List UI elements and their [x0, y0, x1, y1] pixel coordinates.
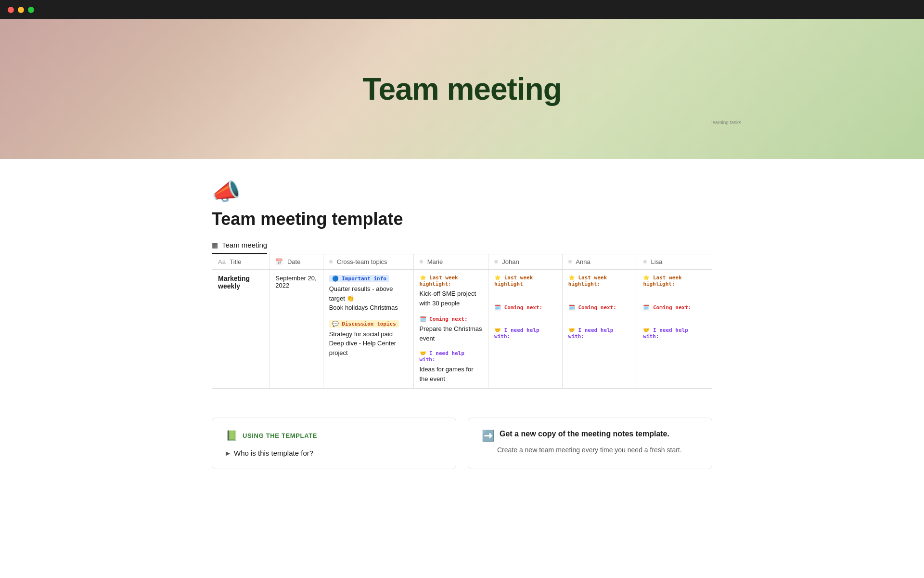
hero-logo: learning tasks [711, 120, 741, 125]
page-icon: 📣 [212, 178, 712, 205]
marie-coming-tag: 🗓️ Coming next: [420, 315, 483, 324]
using-template-card: 📗 USING THE TEMPLATE ▶ Who is this templ… [212, 418, 456, 469]
discussion-tag: 💬 Discussion topics [329, 320, 408, 329]
arrow-right-icon: ➡️ [482, 430, 495, 442]
card2-header: ➡️ Get a new copy of the meeting notes t… [482, 430, 698, 442]
table-nav[interactable]: ▦ Team meeting [212, 241, 267, 254]
col-icon-anna: ≡ [568, 258, 572, 265]
johan-coming-tag: 🗓️ Coming next: [494, 303, 556, 313]
arrow-icon: ▶ [226, 450, 230, 457]
table-nav-label: Team meeting [222, 241, 267, 249]
minimize-button[interactable] [18, 7, 24, 13]
hero-title: Team meeting [362, 71, 562, 107]
page-heading: Team meeting template [212, 209, 712, 229]
page-content: 📣 Team meeting template ▦ Team meeting A… [173, 159, 751, 418]
marie-last-week-text: Kick-off SME project with 30 people [420, 289, 483, 308]
anna-last-week-tag: ⭐ Last week highlight: [568, 275, 631, 289]
maximize-button[interactable] [28, 7, 34, 13]
table-nav-icon: ▦ [212, 241, 218, 249]
lisa-help-tag: 🤝 I need help with: [643, 327, 706, 342]
card2-description: Create a new team meeting every time you… [497, 446, 698, 454]
data-table: Aa Title 📅 Date ≡ Cross-team topics ≡ Ma… [212, 254, 712, 389]
card1-row[interactable]: ▶ Who is this template for? [226, 449, 442, 457]
marie-help-text: Ideas for games for the event [420, 365, 483, 383]
cell-date[interactable]: September 20, 2022 [270, 270, 323, 389]
col-icon-date: 📅 [275, 258, 283, 265]
lisa-last-week-tag: ⭐ Last week highlight: [643, 275, 706, 289]
col-header-johan: ≡ Johan [488, 254, 563, 270]
col-header-date: 📅 Date [270, 254, 323, 270]
card2-title: Get a new copy of the meeting notes temp… [500, 430, 669, 438]
lisa-coming-tag: 🗓️ Coming next: [643, 303, 706, 313]
col-icon-title: Aa [218, 258, 226, 265]
important-tag: 🔵 Important info [329, 275, 408, 284]
title-bar [0, 0, 924, 19]
close-button[interactable] [8, 7, 14, 13]
anna-help-tag: 🤝 I need help with: [568, 327, 631, 342]
cell-cross-team[interactable]: 🔵 Important info Quarter results - above… [323, 270, 413, 389]
johan-last-week-tag: ⭐ Last week highlight [494, 275, 556, 289]
important-text: Quarter results - above target 👏Book hol… [329, 284, 408, 313]
col-header-lisa: ≡ Lisa [637, 254, 712, 270]
cell-lisa[interactable]: ⭐ Last week highlight: 🗓️ Coming next: 🤝… [637, 270, 712, 389]
table-row: Marketing weekly September 20, 2022 🔵 Im… [212, 270, 712, 389]
johan-help-tag: 🤝 I need help with: [494, 327, 556, 342]
card1-header: 📗 USING THE TEMPLATE [226, 430, 442, 441]
marie-coming-text: Prepare the Christmas event [420, 324, 483, 343]
col-icon-johan: ≡ [494, 258, 498, 265]
marie-help-tag: 🤝 I need help with: [420, 350, 483, 365]
cell-anna[interactable]: ⭐ Last week highlight: 🗓️ Coming next: 🤝… [562, 270, 637, 389]
col-header-anna: ≡ Anna [562, 254, 637, 270]
col-icon-cross: ≡ [329, 258, 333, 265]
col-header-cross: ≡ Cross-team topics [323, 254, 413, 270]
card1-title: USING THE TEMPLATE [243, 432, 317, 439]
col-icon-marie: ≡ [420, 258, 424, 265]
anna-coming-tag: 🗓️ Coming next: [568, 303, 631, 313]
card1-row-label: Who is this template for? [234, 449, 313, 457]
new-copy-card: ➡️ Get a new copy of the meeting notes t… [468, 418, 712, 469]
cell-title[interactable]: Marketing weekly [212, 270, 270, 389]
discussion-text: Strategy for social paidDeep dive - Help… [329, 329, 408, 358]
col-icon-lisa: ≡ [643, 258, 647, 265]
marie-last-week-tag: ⭐ Last week highlight: [420, 275, 483, 289]
bottom-section: 📗 USING THE TEMPLATE ▶ Who is this templ… [173, 418, 751, 498]
cell-marie[interactable]: ⭐ Last week highlight: Kick-off SME proj… [413, 270, 488, 389]
col-header-title: Aa Title [212, 254, 270, 270]
book-icon: 📗 [226, 430, 238, 441]
col-header-marie: ≡ Marie [413, 254, 488, 270]
cell-johan[interactable]: ⭐ Last week highlight 🗓️ Coming next: 🤝 … [488, 270, 563, 389]
hero-banner: Team meeting learning tasks [0, 19, 924, 159]
